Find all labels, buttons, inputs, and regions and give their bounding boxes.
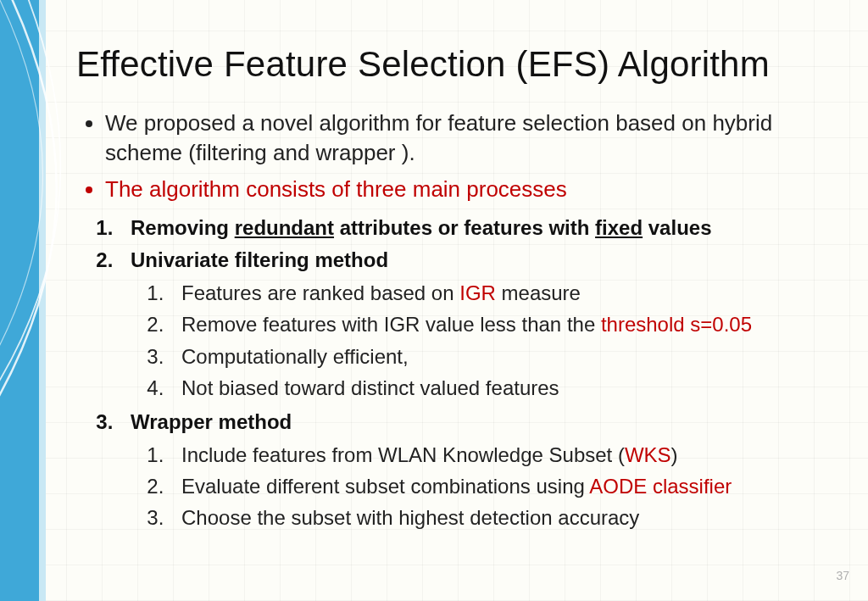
text: measure bbox=[496, 281, 581, 304]
text: Features are ranked based on bbox=[181, 281, 459, 304]
text: Removing bbox=[131, 216, 235, 239]
page-number: 37 bbox=[836, 569, 849, 582]
text: Wrapper method bbox=[131, 410, 292, 433]
text: Evaluate different subset combinations u… bbox=[181, 475, 589, 498]
text-red: IGR bbox=[459, 281, 496, 304]
p3-item-1: Include features from WLAN Knowledge Sub… bbox=[170, 439, 843, 470]
text: Remove features with IGR value less than… bbox=[181, 313, 601, 336]
process-3: Wrapper method Include features from WLA… bbox=[119, 407, 843, 534]
process-1: Removing redundant attributes or feature… bbox=[119, 213, 843, 243]
slide: Effective Feature Selection (EFS) Algori… bbox=[0, 0, 868, 601]
text: Include features from WLAN Knowledge Sub… bbox=[181, 443, 625, 466]
text-red: WKS bbox=[625, 443, 671, 466]
text-underline: redundant bbox=[235, 216, 334, 239]
process-3-sub: Include features from WLAN Knowledge Sub… bbox=[131, 439, 843, 534]
text: values bbox=[643, 216, 711, 239]
text: ) bbox=[671, 443, 678, 466]
bullet-2: The algorithm consists of three main pro… bbox=[105, 175, 843, 204]
text-red: threshold ѕ=0.05 bbox=[601, 313, 752, 336]
process-list: Removing redundant attributes or feature… bbox=[76, 213, 843, 533]
p2-item-2: Remove features with IGR value less than… bbox=[170, 309, 843, 340]
process-2-sub: Features are ranked based on IGR measure… bbox=[131, 277, 843, 403]
p3-item-2: Evaluate different subset combinations u… bbox=[170, 470, 843, 502]
slide-content: Effective Feature Selection (EFS) Algori… bbox=[51, 0, 868, 601]
p2-item-4: Not biased toward distinct valued featur… bbox=[170, 372, 843, 403]
text-red: AODE classifier bbox=[589, 475, 732, 498]
process-2: Univariate filtering method Features are… bbox=[119, 245, 843, 403]
text: attributes or features with bbox=[334, 216, 595, 239]
p2-item-3: Computationally efficient, bbox=[170, 341, 843, 372]
top-bullets: We proposed a novel algorithm for featur… bbox=[76, 109, 843, 204]
slide-title: Effective Feature Selection (EFS) Algori… bbox=[76, 44, 843, 85]
p3-item-3: Choose the subset with highest detection… bbox=[170, 502, 843, 533]
p2-item-1: Features are ranked based on IGR measure bbox=[170, 277, 843, 309]
text: Univariate filtering method bbox=[131, 248, 388, 271]
text-underline: fixed bbox=[595, 216, 643, 239]
bullet-1: We proposed a novel algorithm for featur… bbox=[105, 109, 843, 168]
